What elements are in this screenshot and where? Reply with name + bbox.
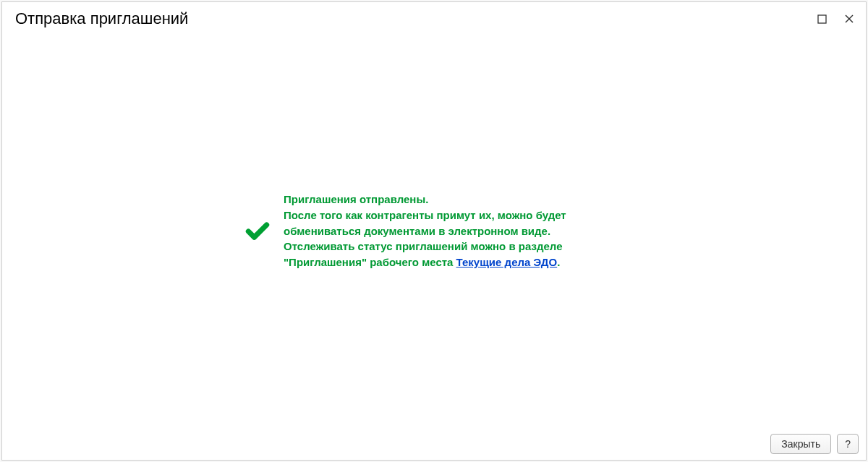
dialog-title: Отправка приглашений bbox=[15, 9, 188, 28]
dialog-footer: Закрыть ? bbox=[2, 428, 866, 460]
help-button[interactable]: ? bbox=[837, 434, 859, 454]
message-line-2: После того как контрагенты примут их, мо… bbox=[284, 209, 566, 237]
edo-link[interactable]: Текущие дела ЭДО bbox=[456, 256, 558, 268]
check-icon bbox=[244, 218, 271, 244]
maximize-button[interactable] bbox=[816, 13, 828, 25]
close-window-button[interactable] bbox=[843, 12, 856, 25]
message-block: Приглашения отправлены. После того как к… bbox=[244, 192, 624, 270]
close-icon bbox=[844, 14, 854, 24]
dialog-window: Отправка приглашений Приглашения отправл… bbox=[1, 1, 867, 461]
close-button[interactable]: Закрыть bbox=[770, 434, 831, 454]
dialog-content: Приглашения отправлены. После того как к… bbox=[2, 34, 866, 428]
message-period: . bbox=[557, 256, 560, 268]
message-line-1: Приглашения отправлены. bbox=[284, 193, 428, 205]
dialog-header: Отправка приглашений bbox=[2, 2, 866, 34]
maximize-icon bbox=[817, 14, 827, 24]
message-text: Приглашения отправлены. После того как к… bbox=[284, 192, 624, 270]
header-controls bbox=[816, 12, 856, 25]
svg-rect-0 bbox=[818, 15, 826, 23]
